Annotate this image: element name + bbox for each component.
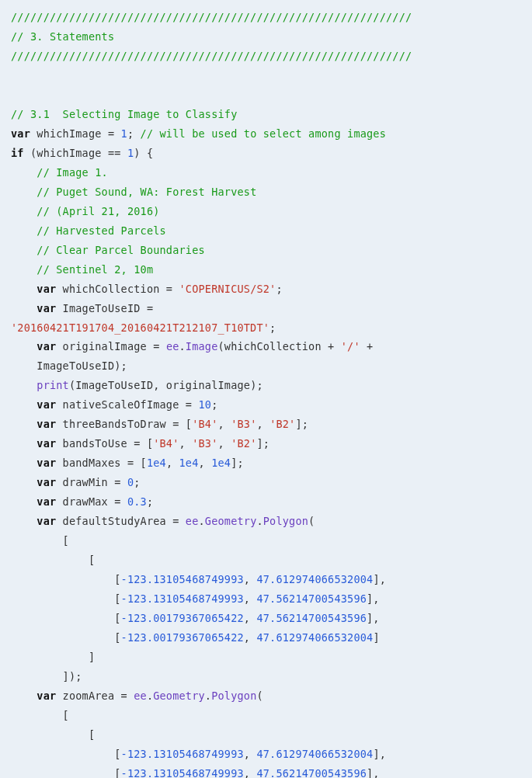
code-block: ////////////////////////////////////////… <box>0 0 532 778</box>
code-content: ////////////////////////////////////////… <box>11 11 412 778</box>
